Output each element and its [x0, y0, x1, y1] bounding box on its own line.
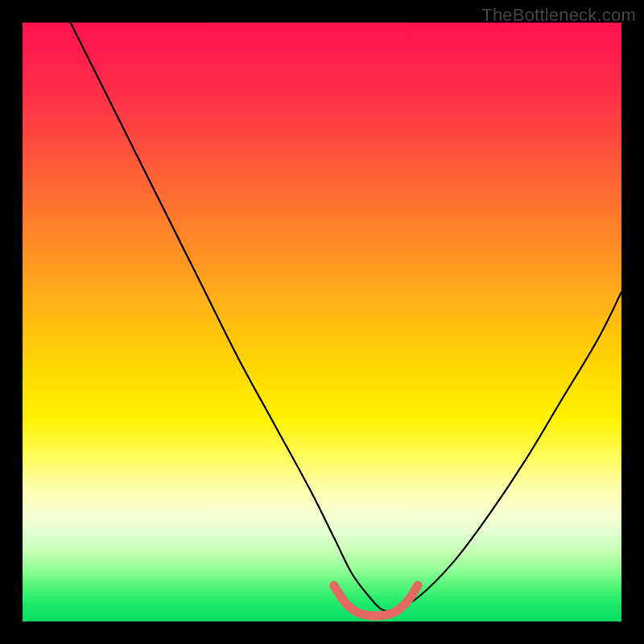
- plot-area: [23, 23, 621, 621]
- chart-svg: [23, 23, 621, 621]
- series-red-bracket: [334, 585, 418, 616]
- chart-frame: TheBottleneck.com: [0, 0, 644, 644]
- line-red-bracket: [334, 585, 418, 616]
- series-black-curve: [71, 23, 621, 611]
- line-black-curve: [71, 23, 621, 611]
